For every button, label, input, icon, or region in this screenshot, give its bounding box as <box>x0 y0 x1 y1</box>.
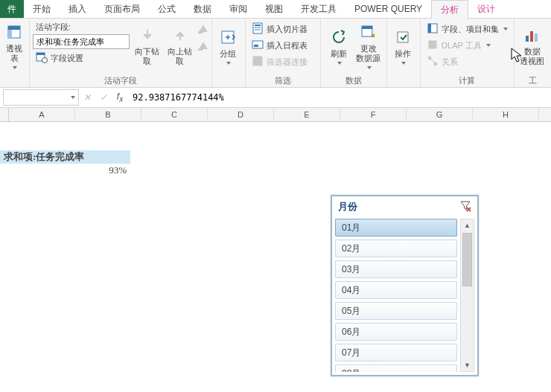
tab-home[interactable]: 开始 <box>24 0 60 18</box>
pivot-table-label: 透视表 <box>3 44 25 63</box>
tab-data[interactable]: 数据 <box>185 0 220 18</box>
group-label: 分组 <box>220 49 236 59</box>
change-data-source-button[interactable]: 更改 数据源 <box>354 20 383 72</box>
refresh-label: 刷新 <box>331 49 347 59</box>
tab-design[interactable]: 设计 <box>468 0 504 18</box>
drill-up-label: 向上钻 取 <box>168 47 192 66</box>
tab-developer[interactable]: 开发工具 <box>292 0 345 18</box>
group-button[interactable]: 分组 <box>215 20 241 72</box>
olap-icon <box>427 39 439 52</box>
pivot-chart-button[interactable]: 数据 透视图 <box>517 20 547 72</box>
col-header[interactable]: B <box>75 108 141 121</box>
pivot-table-icon <box>5 23 23 41</box>
timeline-icon <box>252 39 264 52</box>
svg-rect-18 <box>362 26 372 29</box>
col-header[interactable]: A <box>9 108 75 121</box>
tab-page-layout[interactable]: 页面布局 <box>95 0 149 18</box>
fields-icon <box>427 22 439 36</box>
slicer-item[interactable]: 05月 <box>335 302 457 320</box>
enter-icon: ✓ <box>95 92 112 103</box>
olap-tools-button: OLAP 工具 <box>424 38 511 53</box>
col-header[interactable]: D <box>208 108 274 121</box>
tab-analyze[interactable]: 分析 <box>431 0 468 19</box>
col-header[interactable]: E <box>274 108 340 121</box>
cell-a4[interactable]: 93% <box>0 164 130 177</box>
filter-conn-icon <box>252 55 264 68</box>
col-header[interactable]: G <box>407 108 473 121</box>
active-field-input[interactable] <box>33 34 130 49</box>
group-tools: 工 <box>517 75 548 87</box>
refresh-button[interactable]: 刷新 <box>324 20 354 72</box>
scroll-down-icon[interactable]: ▼ <box>461 359 474 371</box>
drill-up-button: 向上钻 取 <box>165 20 195 72</box>
formula-bar: ✕ ✓ fx <box>0 88 551 108</box>
insert-slicer-label: 插入切片器 <box>267 24 308 35</box>
slicer-item[interactable]: 07月 <box>335 344 457 362</box>
slicer-header[interactable]: 月份 <box>332 196 477 217</box>
actions-icon <box>394 28 412 46</box>
change-source-label: 更改 数据源 <box>356 44 380 63</box>
insert-timeline-button[interactable]: 插入日程表 <box>249 38 310 53</box>
tab-file[interactable]: 件 <box>0 0 24 18</box>
slicer-item[interactable]: 08月 <box>335 364 457 372</box>
chevron-down-icon <box>367 66 372 69</box>
slicer[interactable]: 月份 01月 02月 03月 04月 05月 06月 07月 08月 ▲ ▼ <box>331 195 479 376</box>
svg-rect-8 <box>198 49 203 51</box>
col-header[interactable]: C <box>141 108 208 121</box>
arrow-down-icon <box>138 26 156 44</box>
clear-filter-icon[interactable] <box>459 200 471 214</box>
group-icon <box>219 28 237 46</box>
tab-formulas[interactable]: 公式 <box>149 0 185 18</box>
tab-review[interactable]: 审阅 <box>220 0 256 18</box>
field-settings-icon <box>36 51 48 65</box>
drill-down-button: 向下钻取 <box>133 20 162 72</box>
svg-rect-12 <box>255 27 261 28</box>
slicer-item[interactable]: 04月 <box>335 281 457 299</box>
slicer-scrollbar[interactable]: ▲ ▼ <box>460 219 474 372</box>
slicer-item[interactable]: 06月 <box>335 323 457 341</box>
relationships-button: 关系 <box>424 54 511 69</box>
slicer-item[interactable]: 01月 <box>335 219 457 237</box>
scroll-up-icon[interactable]: ▲ <box>461 219 474 231</box>
chevron-down-icon <box>71 96 75 99</box>
fx-icon[interactable]: fx <box>112 91 128 103</box>
insert-timeline-label: 插入日程表 <box>267 40 308 51</box>
slicer-title: 月份 <box>338 200 357 213</box>
svg-rect-22 <box>429 41 436 48</box>
olap-label: OLAP 工具 <box>442 40 482 51</box>
pivot-table-button[interactable]: 透视表 <box>3 20 25 72</box>
data-source-icon <box>360 23 378 41</box>
svg-point-5 <box>42 58 47 63</box>
collapse-icon <box>198 42 208 53</box>
fields-items-sets-button[interactable]: 字段、项目和集 <box>424 22 511 36</box>
name-box[interactable] <box>3 89 79 106</box>
chevron-down-icon <box>503 28 508 30</box>
slicer-item[interactable]: 03月 <box>335 260 457 278</box>
tab-view[interactable]: 视图 <box>256 0 292 18</box>
tab-insert[interactable]: 插入 <box>60 0 95 18</box>
formula-input[interactable] <box>128 92 551 103</box>
field-settings-button[interactable]: 字段设置 <box>33 51 130 65</box>
scroll-thumb[interactable] <box>462 233 472 286</box>
filter-conn-label: 筛选器连接 <box>267 57 308 68</box>
svg-rect-21 <box>428 24 431 33</box>
tab-power-query[interactable]: POWER QUERY <box>345 0 431 18</box>
filter-connections-button: 筛选器连接 <box>249 54 310 69</box>
col-header[interactable]: H <box>473 108 539 121</box>
chevron-down-icon <box>226 62 231 65</box>
slicer-list: 01月 02月 03月 04月 05月 06月 07月 08月 <box>335 219 457 372</box>
cell-a3[interactable]: 求和项:任务完成率 <box>0 150 130 164</box>
col-header[interactable]: F <box>340 108 407 121</box>
select-all-corner[interactable] <box>0 108 9 121</box>
active-field-label: 活动字段: <box>33 22 130 33</box>
actions-button[interactable]: 操作 <box>390 20 415 72</box>
slicer-item[interactable]: 02月 <box>335 240 457 257</box>
insert-slicer-button[interactable]: 插入切片器 <box>249 22 310 36</box>
chevron-down-icon <box>486 44 491 47</box>
chevron-down-icon <box>337 62 342 65</box>
refresh-icon <box>330 28 348 46</box>
svg-rect-1 <box>8 26 20 30</box>
svg-rect-25 <box>526 36 529 42</box>
cancel-icon: ✕ <box>79 92 95 103</box>
pivot-chart-label: 数据 透视图 <box>520 47 544 66</box>
